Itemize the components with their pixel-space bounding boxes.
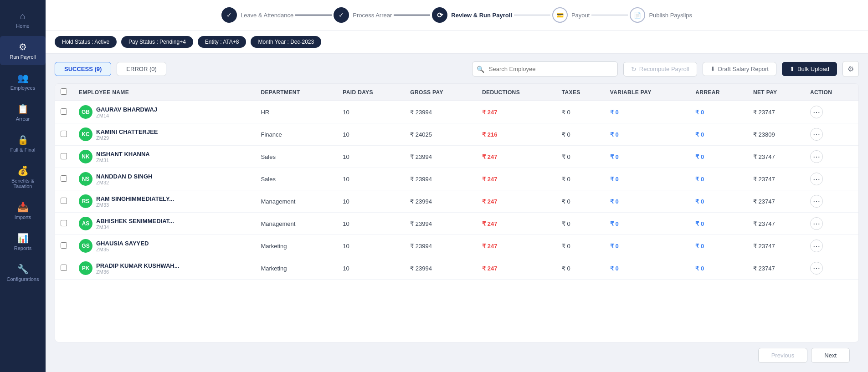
select-all-checkbox[interactable] [61,88,67,95]
gross-pay-0: ₹ 23994 [405,101,477,123]
emp-name-4: RAM SINGHIMMEDIATELY... [96,195,174,202]
row-checkbox-2[interactable] [61,153,67,159]
dept-2: Sales [255,146,337,168]
dept-5: Management [255,213,337,235]
gross-pay-6: ₹ 23994 [405,235,477,257]
run-payroll-icon: ⚙ [19,41,27,52]
action-button-2[interactable]: ⋯ [810,150,823,163]
deductions-0: ₹ 247 [477,101,556,123]
action-button-3[interactable]: ⋯ [810,173,823,185]
action-button-4[interactable]: ⋯ [810,195,823,208]
row-checkbox-1[interactable] [61,131,67,137]
sidebar-label-employees: Employees [10,85,35,91]
sidebar-item-imports[interactable]: 📥 Imports [0,196,46,225]
previous-button[interactable]: Previous [758,348,808,363]
table-row: KC KAMINI CHATTERJEE ZM29 Finance 10 ₹ 2… [55,123,858,146]
emp-name-6: GHAUSIA SAYYED [96,240,149,247]
employee-cell-1: KC KAMINI CHATTERJEE ZM29 [79,127,250,141]
sidebar-item-arrear[interactable]: 📋 Arrear [0,98,46,127]
variable-pay-2: ₹ 0 [605,146,690,168]
sidebar-item-run-payroll[interactable]: ⚙ Run Payroll [0,36,46,65]
action-button-6[interactable]: ⋯ [810,240,823,252]
employee-table: EMPLOYEE NAME DEPARTMENT PAID DAYS GROSS… [55,84,858,280]
paid-days-2: 10 [337,146,405,168]
action-button-0[interactable]: ⋯ [810,106,823,118]
upload-icon: ⬆ [790,66,795,72]
pagination: Previous Next [55,342,859,365]
step-leave-attendance: ✓ Leave & Attendance [221,7,293,23]
bulk-upload-button[interactable]: ⬆ Bulk Upload [782,62,837,76]
stepper: ✓ Leave & Attendance ✓ Process Arrear ⟳ … [46,0,868,31]
full-final-icon: 🔒 [17,134,29,145]
net-pay-5: ₹ 23747 [748,213,805,235]
avatar-6: GS [79,239,92,253]
row-checkbox-4[interactable] [61,198,67,204]
step-payout: 💳 Payout [552,7,590,23]
variable-pay-6: ₹ 0 [605,235,690,257]
search-input[interactable] [472,61,618,76]
deductions-1: ₹ 216 [477,123,556,146]
paid-days-6: 10 [337,235,405,257]
emp-id-1: ZM29 [96,135,158,141]
col-header-taxes: TAXES [556,84,605,101]
sidebar-item-reports[interactable]: 📊 Reports [0,227,46,256]
arrear-0: ₹ 0 [690,101,748,123]
sidebar-item-employees[interactable]: 👥 Employees [0,67,46,96]
filter-pay-status[interactable]: Pay Status : Pending+4 [121,36,193,48]
tab-error[interactable]: ERROR (0) [117,62,166,76]
emp-id-3: ZM32 [96,180,153,185]
step-label-payout: Payout [571,12,590,19]
filter-hold-status[interactable]: Hold Status : Active [55,36,117,48]
filter-month-year[interactable]: Month Year : Dec-2023 [251,36,321,48]
draft-salary-report-button[interactable]: ⬇ Draft Salary Report [703,62,776,76]
table-row: NK NISHANT KHANNA ZM31 Sales 10 ₹ 23994 … [55,146,858,168]
row-checkbox-7[interactable] [61,265,67,271]
action-button-7[interactable]: ⋯ [810,262,823,275]
paid-days-5: 10 [337,213,405,235]
emp-id-7: ZM36 [96,269,180,275]
deductions-7: ₹ 247 [477,257,556,280]
avatar-1: KC [79,127,92,141]
paid-days-4: 10 [337,190,405,213]
download-icon: ⬇ [710,66,715,72]
deductions-3: ₹ 247 [477,168,556,190]
action-button-5[interactable]: ⋯ [810,217,823,230]
arrear-6: ₹ 0 [690,235,748,257]
deductions-2: ₹ 247 [477,146,556,168]
arrear-7: ₹ 0 [690,257,748,280]
gross-pay-2: ₹ 23994 [405,146,477,168]
next-button[interactable]: Next [811,348,850,363]
row-checkbox-3[interactable] [61,175,67,182]
action-button-1[interactable]: ⋯ [810,128,823,141]
row-checkbox-6[interactable] [61,242,67,249]
net-pay-7: ₹ 23747 [748,257,805,280]
imports-icon: 📥 [17,202,29,213]
filter-entity[interactable]: Entity : ATA+8 [198,36,247,48]
sidebar-item-benefits-taxation[interactable]: 💰 Benefits & Taxation [0,160,46,194]
table-row: GB GAURAV BHARDWAJ ZM14 HR 10 ₹ 23994 ₹ … [55,101,858,123]
dept-3: Sales [255,168,337,190]
benefits-icon: 💰 [17,165,29,176]
employee-cell-7: PK PRADIP KUMAR KUSHWAH... ZM36 [79,261,250,275]
sidebar-item-full-final[interactable]: 🔒 Full & Final [0,129,46,158]
tab-success[interactable]: SUCCESS (9) [55,62,111,76]
row-checkbox-0[interactable] [61,108,67,115]
filter-icon-button[interactable]: ⚙ [842,61,859,77]
row-checkbox-5[interactable] [61,220,67,226]
taxes-5: ₹ 0 [556,213,605,235]
employee-cell-5: AS ABHISHEK SENIMMEDIAT... ZM34 [79,217,250,230]
sidebar-label-benefits: Benefits & Taxation [4,178,42,189]
net-pay-2: ₹ 23747 [748,146,805,168]
sidebar-item-home[interactable]: ⌂ Home [0,5,46,34]
emp-id-0: ZM14 [96,113,157,118]
gross-pay-7: ₹ 23994 [405,257,477,280]
emp-name-0: GAURAV BHARDWAJ [96,106,157,113]
net-pay-0: ₹ 23747 [748,101,805,123]
arrear-icon: 📋 [17,103,29,114]
recompute-payroll-button[interactable]: ↻ Recompute Payroll [623,62,697,76]
deductions-4: ₹ 247 [477,190,556,213]
taxes-3: ₹ 0 [556,168,605,190]
emp-name-1: KAMINI CHATTERJEE [96,128,158,135]
sidebar-item-configurations[interactable]: 🔧 Configurations [0,258,46,287]
sidebar-label-arrear: Arrear [16,116,30,122]
